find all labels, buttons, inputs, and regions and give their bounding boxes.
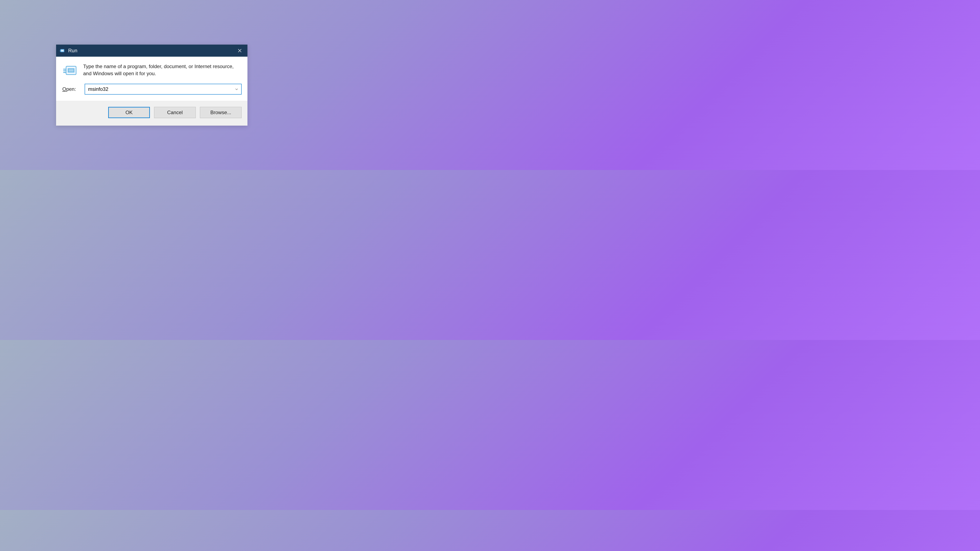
description-text: Type the name of a program, folder, docu…: [83, 63, 242, 78]
run-icon-large: [63, 64, 77, 78]
open-label: Open:: [62, 86, 76, 92]
run-dialog: Run Type the name of a program, folder, …: [56, 44, 247, 125]
titlebar-left: Run: [60, 48, 77, 54]
titlebar[interactable]: Run: [56, 44, 247, 57]
combobox-dropdown-button[interactable]: [232, 84, 241, 94]
button-bar: OK Cancel Browse...: [56, 101, 247, 125]
svg-rect-1: [61, 50, 64, 51]
svg-rect-4: [68, 69, 73, 71]
description-row: Type the name of a program, folder, docu…: [62, 63, 242, 78]
browse-button[interactable]: Browse...: [200, 107, 242, 118]
dialog-content: Type the name of a program, folder, docu…: [56, 57, 247, 101]
open-input[interactable]: [85, 84, 232, 94]
run-icon: [60, 48, 65, 53]
input-row: Open:: [62, 84, 242, 95]
close-icon: [237, 48, 242, 53]
ok-button[interactable]: OK: [108, 107, 150, 118]
cancel-button[interactable]: Cancel: [154, 107, 196, 118]
close-button[interactable]: [235, 46, 245, 56]
open-combobox[interactable]: [84, 84, 242, 95]
window-title: Run: [68, 48, 77, 54]
chevron-down-icon: [235, 87, 239, 91]
